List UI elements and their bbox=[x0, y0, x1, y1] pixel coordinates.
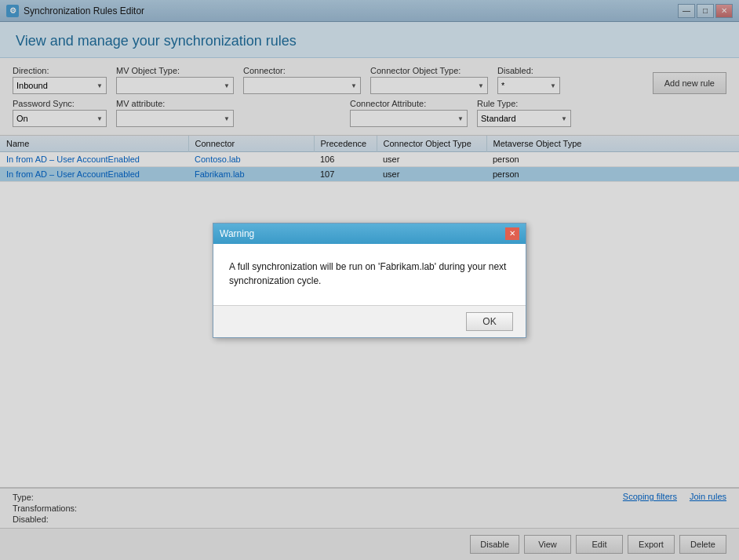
dialog-body: A full synchronization will be run on 'F… bbox=[213, 244, 526, 296]
dialog-title-text: Warning bbox=[220, 228, 254, 239]
dialog-footer: OK bbox=[213, 305, 526, 337]
warning-dialog: Warning ✕ A full synchronization will be… bbox=[213, 223, 526, 338]
dialog-ok-button[interactable]: OK bbox=[466, 312, 513, 331]
dialog-message: A full synchronization will be run on 'F… bbox=[229, 260, 510, 288]
dialog-close-button[interactable]: ✕ bbox=[505, 227, 519, 240]
dialog-title-bar: Warning ✕ bbox=[213, 224, 526, 244]
dialog-overlay: Warning ✕ A full synchronization will be… bbox=[0, 0, 739, 560]
